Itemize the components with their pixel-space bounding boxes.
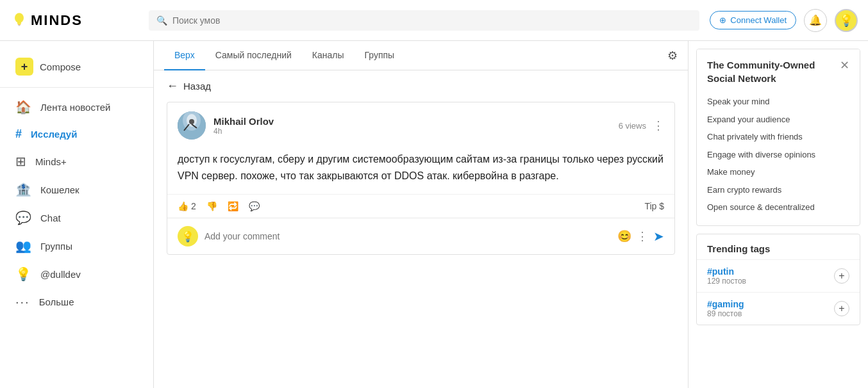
sidebar-item-more[interactable]: ··· Больше bbox=[0, 288, 153, 316]
dislike-button[interactable]: 👎 bbox=[206, 201, 217, 211]
tabs-settings-icon[interactable]: ⚙ bbox=[667, 49, 678, 63]
trending-add-button[interactable]: + bbox=[834, 268, 849, 284]
tab-latest[interactable]: Самый последний bbox=[205, 41, 302, 70]
search-icon: 🔍 bbox=[156, 15, 167, 26]
comment-icons: 😊 ⋮ ➤ bbox=[617, 229, 664, 244]
send-icon[interactable]: ➤ bbox=[653, 229, 664, 244]
post-content: доступ к госуслугам, сберу и другим сист… bbox=[167, 149, 674, 194]
trending-item-putin: #putin 129 постов + bbox=[697, 259, 860, 292]
emoji-icon[interactable]: 😊 bbox=[617, 229, 631, 243]
post-options-icon[interactable]: ⋮ bbox=[653, 118, 664, 133]
list-item: Chat privately with friends bbox=[707, 128, 849, 146]
plus-icon: ⊕ bbox=[719, 15, 726, 25]
avatar-image bbox=[178, 111, 206, 140]
logo-text: MINDS bbox=[31, 12, 83, 29]
chat-icon: 💬 bbox=[15, 210, 31, 225]
svg-point-7 bbox=[189, 119, 194, 124]
search-bar[interactable]: 🔍 bbox=[149, 10, 699, 31]
close-icon[interactable]: ✕ bbox=[840, 58, 849, 72]
logo-icon bbox=[10, 12, 28, 29]
logo: MINDS bbox=[10, 12, 138, 29]
more-icon: ··· bbox=[15, 295, 30, 309]
comment-button[interactable]: 💬 bbox=[249, 201, 260, 211]
post-views: 6 views bbox=[619, 121, 646, 131]
notification-icon[interactable]: 🔔 bbox=[804, 9, 827, 32]
list-item: Earn crypto rewards bbox=[707, 181, 849, 199]
post-author: Mikhail Orlov 4h bbox=[178, 111, 274, 140]
back-button[interactable]: ← Назад bbox=[154, 70, 688, 102]
trending-item-info: #gaming 89 постов bbox=[707, 299, 744, 318]
sidebar-item-chat[interactable]: 💬 Chat bbox=[0, 204, 153, 232]
comment-avatar: 💡 bbox=[178, 226, 198, 247]
trending-add-button[interactable]: + bbox=[834, 301, 849, 316]
comment-box: 💡 😊 ⋮ ➤ bbox=[167, 218, 674, 254]
mindsplus-icon: ⊞ bbox=[15, 154, 26, 169]
compose-button[interactable]: + Compose bbox=[0, 51, 153, 82]
right-sidebar: The Community-OwnedSocial Network ✕ Spea… bbox=[689, 41, 868, 388]
trending-title: Trending tags bbox=[697, 234, 860, 259]
post-time: 4h bbox=[213, 127, 274, 136]
tabs-bar: Верх Самый последний Каналы Группы ⚙ bbox=[154, 41, 688, 70]
compose-icon: + bbox=[15, 58, 33, 76]
post-actions: 👍 2 👎 🔁 💬 Tip $ bbox=[167, 194, 674, 218]
topbar: MINDS 🔍 ⊕ Connect Wallet 🔔 💡 bbox=[0, 0, 868, 41]
post-card: Mikhail Orlov 4h 6 views ⋮ доступ к госу… bbox=[167, 102, 675, 255]
tab-channels[interactable]: Каналы bbox=[302, 41, 355, 70]
tab-groups[interactable]: Группы bbox=[354, 41, 405, 70]
list-item: Make money bbox=[707, 163, 849, 181]
sidebar-item-profile[interactable]: 💡 @dulldev bbox=[0, 260, 153, 288]
hashtag-icon: # bbox=[15, 127, 22, 141]
list-item: Engage with diverse opinions bbox=[707, 146, 849, 164]
widget-header: The Community-OwnedSocial Network ✕ bbox=[697, 49, 860, 90]
trending-tag[interactable]: #putin bbox=[707, 266, 746, 277]
center-feed: Верх Самый последний Каналы Группы ⚙ ← Н… bbox=[154, 41, 689, 388]
repost-icon: 🔁 bbox=[228, 201, 238, 211]
sidebar-item-groups[interactable]: 👥 Группы bbox=[0, 232, 153, 260]
main-layout: + Compose 🏠 Лента новостей # Исследуй ⊞ … bbox=[0, 41, 868, 388]
trending-count: 129 постов bbox=[707, 277, 746, 286]
author-info: Mikhail Orlov 4h bbox=[213, 116, 274, 136]
sidebar-item-mindsplus[interactable]: ⊞ Minds+ bbox=[0, 147, 153, 175]
post-header: Mikhail Orlov 4h 6 views ⋮ bbox=[167, 102, 674, 149]
trending-item-info: #putin 129 постов bbox=[707, 266, 746, 286]
sidebar-item-wallet[interactable]: 🏦 Кошелек bbox=[0, 175, 153, 204]
svg-rect-1 bbox=[17, 22, 21, 24]
avatar bbox=[178, 111, 206, 140]
list-item: Speak your mind bbox=[707, 93, 849, 111]
like-button[interactable]: 👍 2 bbox=[178, 201, 196, 211]
sidebar-item-news[interactable]: 🏠 Лента новостей bbox=[0, 93, 153, 121]
profile-icon: 💡 bbox=[15, 266, 31, 282]
user-avatar[interactable]: 💡 bbox=[835, 9, 858, 32]
list-item: Expand your audience bbox=[707, 111, 849, 129]
back-arrow-icon: ← bbox=[167, 79, 178, 93]
trending-widget: Trending tags #putin 129 постов + #gamin… bbox=[696, 234, 860, 325]
tab-top[interactable]: Верх bbox=[164, 41, 205, 70]
groups-icon: 👥 bbox=[15, 238, 31, 254]
svg-rect-2 bbox=[18, 24, 21, 25]
home-icon: 🏠 bbox=[15, 99, 31, 115]
widget-title: The Community-OwnedSocial Network bbox=[707, 58, 815, 85]
trending-tag[interactable]: #gaming bbox=[707, 299, 744, 309]
author-name: Mikhail Orlov bbox=[213, 116, 274, 127]
sidebar-item-explore[interactable]: # Исследуй bbox=[0, 121, 153, 147]
tip-button[interactable]: Tip $ bbox=[644, 201, 664, 211]
trending-count: 89 постов bbox=[707, 309, 744, 318]
sidebar: + Compose 🏠 Лента новостей # Исследуй ⊞ … bbox=[0, 41, 154, 388]
connect-wallet-button[interactable]: ⊕ Connect Wallet bbox=[710, 11, 796, 29]
repost-button[interactable]: 🔁 bbox=[228, 201, 238, 211]
trending-item-gaming: #gaming 89 постов + bbox=[697, 292, 860, 325]
wallet-icon: 🏦 bbox=[15, 182, 31, 197]
community-widget: The Community-OwnedSocial Network ✕ Spea… bbox=[696, 49, 860, 226]
post-meta: 6 views ⋮ bbox=[619, 118, 664, 133]
like-count: 2 bbox=[191, 201, 196, 211]
thumbs-down-icon: 👎 bbox=[206, 201, 217, 211]
svg-point-0 bbox=[15, 13, 24, 23]
topbar-right: ⊕ Connect Wallet 🔔 💡 bbox=[710, 9, 858, 32]
comment-input[interactable] bbox=[204, 231, 611, 241]
more-options-icon[interactable]: ⋮ bbox=[637, 229, 648, 243]
widget-list: Speak your mind Expand your audience Cha… bbox=[697, 90, 860, 225]
thumbs-up-icon: 👍 bbox=[178, 201, 188, 211]
search-input[interactable] bbox=[172, 15, 692, 26]
svg-rect-3 bbox=[18, 25, 20, 26]
list-item: Open source & decentralized bbox=[707, 198, 849, 216]
